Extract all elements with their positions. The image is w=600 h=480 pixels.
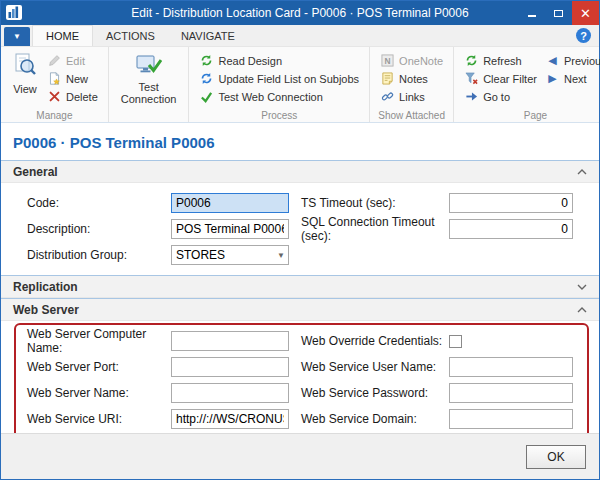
replication-header-label: Replication xyxy=(13,280,78,294)
field-web-server-name: Web Server Name: xyxy=(27,380,301,406)
help-icon[interactable]: ? xyxy=(576,28,591,43)
chevron-down-icon xyxy=(577,284,587,290)
clear-filter-label: Clear Filter xyxy=(483,73,537,85)
web-server-computer-name-label: Web Server Computer Name: xyxy=(27,327,171,355)
edit-button[interactable]: Edit xyxy=(44,53,101,68)
links-icon xyxy=(380,89,395,104)
previous-button[interactable]: ◀ Previous xyxy=(542,53,600,68)
field-web-override-credentials: Web Override Credentials: xyxy=(301,328,573,354)
web-server-port-label: Web Server Port: xyxy=(27,360,171,374)
update-field-list-button[interactable]: Update Field List on Subjobs xyxy=(196,71,362,86)
onenote-button[interactable]: N OneNote xyxy=(377,53,446,68)
show-attached-group-label: Show Attached xyxy=(370,110,453,121)
new-label: New xyxy=(66,73,88,85)
ribbon-group-manage: View Edit New xyxy=(1,47,109,122)
field-sql-timeout: SQL Connection Timeout (sec): xyxy=(301,216,573,242)
svg-text:N: N xyxy=(385,56,391,66)
update-field-list-label: Update Field List on Subjobs xyxy=(218,73,359,85)
ts-timeout-label: TS Timeout (sec): xyxy=(301,196,449,210)
delete-label: Delete xyxy=(66,91,98,103)
new-button[interactable]: New xyxy=(44,71,101,86)
description-input[interactable] xyxy=(171,219,289,239)
test-web-connection-button[interactable]: Test Web Connection xyxy=(196,89,362,104)
page-title: P0006 · POS Terminal P0006 xyxy=(1,123,599,160)
field-web-server-computer-name: Web Server Computer Name: xyxy=(27,328,301,354)
clear-filter-icon xyxy=(464,71,479,86)
tab-navigate[interactable]: NAVIGATE xyxy=(168,25,248,46)
web-server-name-input[interactable] xyxy=(171,383,289,403)
ribbon-group-test-connection: Test Connection xyxy=(109,47,190,122)
distribution-group-value: STORES xyxy=(176,248,225,262)
card-content: P0006 · POS Terminal P0006 General Code:… xyxy=(1,123,599,433)
button-bar: OK xyxy=(1,433,599,479)
process-group-label: Process xyxy=(189,110,369,121)
edit-label: Edit xyxy=(66,55,85,67)
ts-timeout-input[interactable] xyxy=(449,193,573,213)
page-group-label: Page xyxy=(454,110,600,121)
field-ts-timeout: TS Timeout (sec): xyxy=(301,190,573,216)
tab-actions[interactable]: ACTIONS xyxy=(93,25,168,46)
sql-timeout-label: SQL Connection Timeout (sec): xyxy=(301,215,449,243)
section-header-web-server[interactable]: Web Server xyxy=(1,298,599,321)
clear-filter-button[interactable]: Clear Filter xyxy=(461,71,540,86)
description-label: Description: xyxy=(27,222,171,236)
minimize-button[interactable] xyxy=(518,1,545,25)
notes-button[interactable]: Notes xyxy=(377,71,446,86)
field-code: Code: xyxy=(27,190,301,216)
web-server-section-body: Web Server Computer Name: Web Server Por… xyxy=(1,321,599,433)
next-button[interactable]: ▶ Next xyxy=(542,71,600,86)
view-button[interactable]: View xyxy=(8,51,42,97)
distribution-group-label: Distribution Group: xyxy=(27,248,171,262)
onenote-label: OneNote xyxy=(399,55,443,67)
ribbon-group-process: Read Design Update Field List on Subjobs… xyxy=(189,47,370,122)
field-web-service-password: Web Service Password: xyxy=(301,380,573,406)
notes-icon xyxy=(380,71,395,86)
maximize-button[interactable] xyxy=(545,1,572,25)
web-override-credentials-checkbox[interactable] xyxy=(449,335,462,348)
web-service-uri-input[interactable] xyxy=(171,409,289,429)
sql-timeout-input[interactable] xyxy=(449,219,573,239)
web-server-section: Web Server Web Server Computer Name: Web… xyxy=(1,298,599,433)
edit-icon xyxy=(47,53,62,68)
field-web-service-uri: Web Service URI: xyxy=(27,406,301,432)
refresh-label: Refresh xyxy=(483,55,522,67)
update-field-list-icon xyxy=(199,71,214,86)
distribution-location-card-window: Edit - Distribution Location Card - P000… xyxy=(0,0,600,480)
delete-icon xyxy=(47,89,62,104)
read-design-button[interactable]: Read Design xyxy=(196,53,362,68)
code-input[interactable] xyxy=(171,193,289,213)
ribbon-group-show-attached: N OneNote Notes Links Show Atta xyxy=(370,47,454,122)
title-bar: Edit - Distribution Location Card - P000… xyxy=(1,1,599,25)
next-icon: ▶ xyxy=(545,71,560,86)
section-header-general[interactable]: General xyxy=(1,160,599,183)
web-server-port-input[interactable] xyxy=(171,357,289,377)
previous-icon: ◀ xyxy=(545,53,560,68)
window-title: Edit - Distribution Location Card - P000… xyxy=(1,6,599,20)
refresh-icon xyxy=(464,53,479,68)
ok-button[interactable]: OK xyxy=(526,445,586,469)
links-button[interactable]: Links xyxy=(377,89,446,104)
application-menu-button[interactable]: ▼ xyxy=(4,27,30,46)
app-icon xyxy=(6,5,24,21)
web-service-password-input[interactable] xyxy=(449,383,573,403)
chevron-up-icon xyxy=(577,307,587,313)
distribution-group-select[interactable]: STORES ▼ xyxy=(171,245,289,265)
refresh-button[interactable]: Refresh xyxy=(461,53,540,68)
go-to-button[interactable]: Go to xyxy=(461,89,540,104)
section-header-replication[interactable]: Replication xyxy=(1,275,599,298)
previous-label: Previous xyxy=(564,55,600,67)
close-button[interactable]: ✕ xyxy=(572,1,599,25)
field-description: Description: xyxy=(27,216,301,242)
ribbon-tab-row: ▼ HOME ACTIONS NAVIGATE ? xyxy=(1,25,599,47)
web-service-domain-label: Web Service Domain: xyxy=(301,412,449,426)
web-service-domain-input[interactable] xyxy=(449,409,573,429)
web-server-computer-name-input[interactable] xyxy=(171,331,289,351)
chevron-down-icon: ▼ xyxy=(277,251,285,260)
field-web-service-user-name: Web Service User Name: xyxy=(301,354,573,380)
tab-home[interactable]: HOME xyxy=(32,25,93,46)
delete-button[interactable]: Delete xyxy=(44,89,101,104)
web-service-user-name-input[interactable] xyxy=(449,357,573,377)
ribbon-group-page: Refresh Clear Filter Go to ◀ xyxy=(454,47,600,122)
test-connection-button[interactable]: Test Connection xyxy=(116,51,182,107)
test-web-connection-label: Test Web Connection xyxy=(218,91,322,103)
